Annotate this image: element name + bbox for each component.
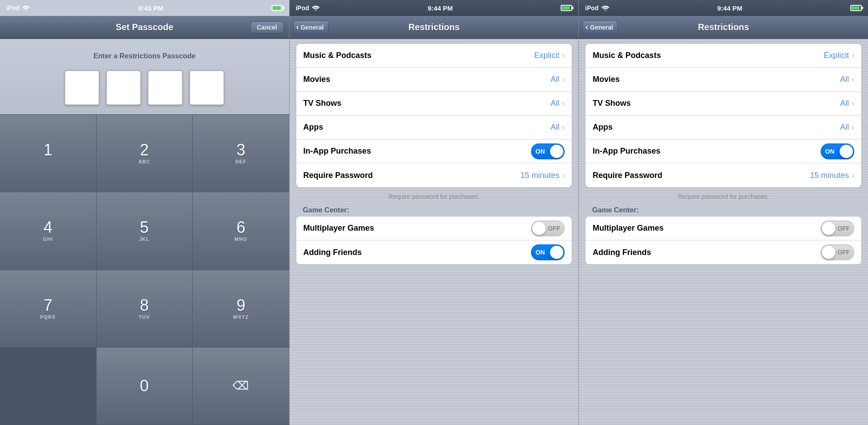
in-app-purchases-row-3[interactable]: In-App Purchases ON (585, 139, 861, 163)
back-chevron-3: ‹ (585, 23, 588, 32)
passcode-box-4 (189, 70, 225, 105)
status-bar-3: iPod 9:44 PM (579, 0, 868, 16)
restrictions-title-2: Restrictions (408, 22, 460, 32)
back-label-3: General (590, 24, 613, 31)
adding-friends-row-2[interactable]: Adding Friends ON (296, 240, 572, 264)
in-app-purchases-row-2[interactable]: In-App Purchases ON (296, 139, 572, 163)
device-label-3: iPod (585, 4, 598, 12)
content-area-3: Music & Podcasts Explicit › Movies All ›… (579, 39, 868, 425)
game-center-group-2: Multiplayer Games OFF Adding Friends ON (296, 216, 573, 265)
toggle-knob-in-app-2 (550, 145, 563, 158)
key-5[interactable]: 5 JKL (97, 192, 193, 270)
content-area-2: Music & Podcasts Explicit › Movies All ›… (290, 39, 579, 425)
adding-friends-toggle-2[interactable]: ON (531, 244, 565, 260)
require-password-row-3[interactable]: Require Password 15 minutes › (585, 163, 861, 187)
in-app-toggle-2[interactable]: ON (531, 143, 565, 159)
key-3[interactable]: 3 DEF (193, 115, 289, 192)
svg-point-2 (604, 9, 606, 11)
battery-icon-3 (850, 5, 862, 11)
time-3: 9:44 PM (717, 4, 743, 12)
restrictions-title-3: Restrictions (698, 22, 749, 32)
back-chevron-2: ‹ (296, 23, 299, 32)
multiplayer-toggle-3[interactable]: OFF (821, 220, 854, 236)
status-right-1 (271, 5, 283, 11)
battery-icon-2 (561, 5, 572, 11)
key-1[interactable]: 1 (0, 115, 97, 192)
toggle-knob-multi-2 (532, 222, 546, 235)
key-9[interactable]: 9 WXYZ (193, 270, 289, 348)
allowed-content-group-3: Music & Podcasts Explicit › Movies All ›… (585, 43, 862, 188)
key-8[interactable]: 8 TUV (97, 270, 193, 348)
nav-bar-1: Set Passcode Cancel (0, 16, 289, 39)
key-4[interactable]: 4 GHI (0, 192, 97, 270)
toggle-knob-in-app-3 (840, 145, 853, 158)
game-center-label-3: Game Center: (585, 204, 862, 216)
passcode-box-3 (147, 70, 183, 105)
general-back-btn-3[interactable]: ‹ General (582, 20, 618, 35)
cancel-button[interactable]: Cancel (250, 21, 284, 34)
restrictions-panel-3: iPod 9:44 PM ‹ General Restrictions (578, 0, 868, 425)
status-bar-1: iPod 9:43 PM (0, 0, 289, 16)
time-1: 9:43 PM (138, 4, 163, 12)
status-left-2: iPod (296, 4, 320, 12)
multiplayer-games-row-3[interactable]: Multiplayer Games OFF (585, 216, 861, 240)
purchase-footer-3: Require password for purchases. (585, 191, 862, 204)
set-passcode-panel: iPod 9:43 PM Set Passcode Cancel Enter a… (0, 0, 289, 425)
status-right-3 (850, 5, 862, 11)
movies-row-3[interactable]: Movies All › (585, 68, 861, 92)
game-center-group-3: Multiplayer Games OFF Adding Friends OFF (585, 216, 862, 265)
tv-shows-row-3[interactable]: TV Shows All › (585, 92, 861, 116)
key-backspace[interactable]: ⌫ (193, 348, 289, 425)
key-6[interactable]: 6 MNO (193, 192, 289, 270)
nav-bar-3: ‹ General Restrictions (579, 16, 868, 39)
battery-icon-1 (271, 5, 283, 11)
key-empty (0, 348, 97, 425)
device-label-2: iPod (296, 4, 309, 12)
nav-back-area-3: ‹ General (582, 20, 618, 35)
passcode-boxes (64, 70, 225, 105)
wifi-icon-3 (601, 4, 609, 12)
purchase-footer-2: Require password for purchases. (296, 191, 573, 204)
status-left-1: iPod (6, 4, 30, 12)
multiplayer-toggle-2[interactable]: OFF (531, 220, 565, 236)
tv-shows-row-2[interactable]: TV Shows All › (296, 92, 572, 116)
back-label-2: General (301, 24, 324, 31)
key-2[interactable]: 2 ABC (97, 115, 193, 192)
movies-row-2[interactable]: Movies All › (296, 68, 572, 92)
toggle-knob-friends-3 (822, 246, 835, 259)
apps-row-2[interactable]: Apps All › (296, 116, 572, 139)
key-0[interactable]: 0 (97, 348, 193, 425)
passcode-box-2 (106, 70, 141, 105)
passcode-prompt: Enter a Restrictions Passcode (93, 52, 195, 60)
adding-friends-row-3[interactable]: Adding Friends OFF (585, 240, 861, 264)
apps-row-3[interactable]: Apps All › (585, 116, 861, 139)
game-center-label-2: Game Center: (296, 204, 573, 216)
wifi-icon-2 (312, 4, 320, 12)
status-bar-2: iPod 9:44 PM (290, 0, 579, 16)
general-back-btn-2[interactable]: ‹ General (293, 20, 329, 35)
music-podcasts-row-2[interactable]: Music & Podcasts Explicit › (296, 44, 572, 68)
restrictions-panel-2: iPod 9:44 PM ‹ General Restrictions (289, 0, 579, 425)
wifi-icon-1 (22, 4, 30, 12)
status-left-3: iPod (585, 4, 609, 12)
set-passcode-title: Set Passcode (116, 22, 173, 32)
time-2: 9:44 PM (428, 4, 453, 12)
require-password-row-2[interactable]: Require Password 15 minutes › (296, 163, 572, 187)
status-right-2 (561, 5, 572, 11)
nav-bar-2: ‹ General Restrictions (290, 16, 579, 39)
device-label-1: iPod (6, 4, 19, 12)
toggle-knob-friends-2 (550, 246, 563, 259)
allowed-content-group-2: Music & Podcasts Explicit › Movies All ›… (296, 43, 573, 188)
music-podcasts-row-3[interactable]: Music & Podcasts Explicit › (585, 44, 861, 68)
in-app-toggle-3[interactable]: ON (821, 143, 854, 159)
multiplayer-games-row-2[interactable]: Multiplayer Games OFF (296, 216, 572, 240)
key-7[interactable]: 7 PQRS (0, 270, 97, 348)
nav-back-area-2: ‹ General (293, 20, 329, 35)
keypad: 1 2 ABC 3 DEF 4 GHI 5 JKL 6 MNO 7 PQRS 8 (0, 114, 289, 425)
passcode-area: Enter a Restrictions Passcode (0, 39, 289, 114)
toggle-knob-multi-3 (822, 222, 835, 235)
svg-point-0 (26, 9, 27, 11)
svg-point-1 (315, 9, 317, 11)
adding-friends-toggle-3[interactable]: OFF (821, 244, 854, 260)
passcode-box-1 (64, 70, 100, 105)
